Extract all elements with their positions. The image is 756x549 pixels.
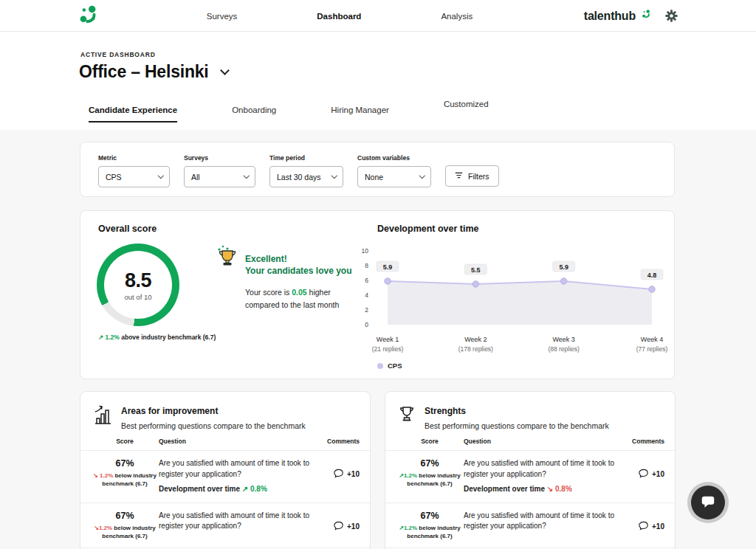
dev-delta: 0.8% bbox=[555, 485, 572, 493]
comment-bubble-icon bbox=[333, 520, 344, 533]
tab-customized[interactable]: Customized bbox=[444, 100, 489, 117]
table-row: 67% ↗1.2% below industry benchmark (6.7)… bbox=[385, 503, 675, 548]
score-detail: Your score is 0.05 higher compared to th… bbox=[245, 286, 357, 311]
benchmark-line2: benchmark (6.7) bbox=[91, 532, 159, 540]
svg-text:Week 3: Week 3 bbox=[552, 336, 574, 343]
score-value: 67% bbox=[91, 458, 159, 469]
nav-analysis[interactable]: Analysis bbox=[441, 12, 472, 21]
card-subtitle: Best performing questions compare to the… bbox=[121, 421, 306, 430]
chat-launcher-button[interactable] bbox=[691, 486, 725, 519]
score-cell: 67% ↗1.2% below industry benchmark (6.7) bbox=[396, 458, 464, 488]
score-value: 67% bbox=[91, 511, 159, 521]
brand-wordmark: talenthub bbox=[584, 10, 636, 23]
chevron-down-icon[interactable] bbox=[220, 66, 230, 75]
question-cell: Are you satisfied with amount of time it… bbox=[159, 458, 314, 495]
tab-bar: Candidate Experience Onboarding Hiring M… bbox=[89, 106, 489, 122]
svg-text:Week 4: Week 4 bbox=[641, 336, 663, 343]
question-text: Are you satisfied with amount of time it… bbox=[159, 511, 309, 531]
svg-text:5.9: 5.9 bbox=[559, 263, 568, 271]
chat-bubble-icon bbox=[700, 494, 716, 512]
chart-legend: CPS bbox=[377, 362, 402, 370]
svg-text:Week 2: Week 2 bbox=[464, 336, 487, 343]
svg-text:2: 2 bbox=[365, 306, 368, 314]
time-period-label: Time period bbox=[269, 154, 343, 162]
score-value: 8.5 bbox=[125, 269, 151, 292]
brand-logo-icon bbox=[641, 9, 652, 23]
nav-dashboard[interactable]: Dashboard bbox=[317, 12, 361, 21]
svg-text:Week 1: Week 1 bbox=[377, 336, 399, 343]
filters-button[interactable]: Filters bbox=[445, 165, 499, 187]
surveys-select[interactable]: All bbox=[184, 166, 255, 187]
overall-score-title: Overall score bbox=[98, 224, 157, 234]
score-benchmark: ↘ 1.2% below industry benchmark (6.7) bbox=[91, 472, 159, 488]
card-head-text: Areas for improvement Best performing qu… bbox=[121, 403, 306, 430]
custom-variables-select[interactable]: None bbox=[357, 166, 431, 187]
comments-count[interactable]: +10 bbox=[619, 520, 664, 533]
score-out-of: out of 10 bbox=[125, 293, 152, 301]
detail-prefix: Your score is bbox=[245, 288, 292, 297]
metric-label: Metric bbox=[98, 154, 170, 162]
score-cell: 67% ↘ 1.2% below industry benchmark (6.7… bbox=[91, 458, 159, 488]
nav-surveys[interactable]: Surveys bbox=[207, 12, 238, 21]
content-area: Metric CPS Surveys All Time period Last … bbox=[0, 130, 756, 549]
metric-select-value: CPS bbox=[106, 173, 122, 182]
surveys-label: Surveys bbox=[184, 154, 255, 162]
benchmark-line1: below industry bbox=[417, 472, 461, 479]
tab-onboarding[interactable]: Onboarding bbox=[232, 106, 276, 122]
column-score: Score bbox=[91, 438, 159, 445]
strengths-card: Strenghts Best performing questions comp… bbox=[385, 391, 676, 549]
custom-variables-field: Custom variables None bbox=[357, 154, 431, 187]
custom-variables-select-value: None bbox=[365, 173, 383, 182]
dev-label: Development over time bbox=[464, 485, 545, 493]
trend-up-icon: ↗ bbox=[98, 334, 103, 341]
card-title: Areas for improvement bbox=[121, 406, 306, 416]
benchmark-line1: below industry bbox=[417, 525, 461, 531]
metric-field: Metric CPS bbox=[98, 154, 170, 187]
filter-lines-icon bbox=[455, 171, 463, 181]
active-dashboard-label: ACTIVE DASHBOARD bbox=[80, 51, 156, 58]
development-chart: 02468105.9Week 1(21 replies)5.5Week 2(17… bbox=[351, 241, 668, 367]
trend-down-icon: ↘ bbox=[94, 525, 99, 531]
comments-count[interactable]: +10 bbox=[314, 468, 360, 480]
score-gauge-inner: 8.5 out of 10 bbox=[104, 251, 172, 319]
tab-candidate-experience[interactable]: Candidate Experience bbox=[89, 106, 177, 122]
svg-text:4: 4 bbox=[365, 291, 368, 299]
settings-gear-icon[interactable] bbox=[665, 10, 678, 22]
trend-up-icon: ↗ bbox=[399, 472, 404, 479]
card-title: Strenghts bbox=[425, 406, 609, 416]
benchmark-line2: benchmark (6.7) bbox=[396, 532, 464, 540]
question-cell: Are you satisfied with amount of time it… bbox=[464, 458, 619, 495]
svg-text:(88 replies): (88 replies) bbox=[548, 345, 580, 353]
dev-delta: 0.8% bbox=[250, 485, 267, 493]
table-row: 67% ↘ 1.2% below industry benchmark (6.7… bbox=[80, 451, 370, 503]
comment-bubble-icon bbox=[638, 468, 649, 480]
comments-value: +10 bbox=[652, 522, 664, 531]
benchmark-line1: below industry bbox=[113, 472, 157, 479]
comment-bubble-icon bbox=[638, 520, 649, 533]
trophy-outline-icon bbox=[397, 404, 416, 430]
comments-value: +10 bbox=[652, 470, 664, 478]
time-period-select-value: Last 30 days bbox=[277, 173, 321, 182]
tab-hiring-manager[interactable]: Hiring Manager bbox=[331, 106, 389, 122]
column-question: Question bbox=[159, 438, 314, 445]
svg-text:(21 replies): (21 replies) bbox=[372, 345, 404, 353]
table-header: Score Question Comments bbox=[80, 438, 370, 451]
metric-select[interactable]: CPS bbox=[98, 166, 170, 187]
question-cell: Are you satisfied with amount of time it… bbox=[159, 511, 314, 532]
trend-up-icon: ↗ bbox=[399, 525, 404, 531]
benchmark-line: ↗ 1.2% above industry benchmark (6.7) bbox=[98, 334, 216, 341]
delta-pct: 1.2% bbox=[404, 525, 417, 531]
score-benchmark: ↗1.2% below industry benchmark (6.7) bbox=[396, 472, 464, 488]
column-comments: Comments bbox=[619, 438, 664, 445]
svg-text:5.9: 5.9 bbox=[383, 263, 393, 271]
comments-value: +10 bbox=[347, 522, 360, 531]
comments-count[interactable]: +10 bbox=[619, 468, 664, 480]
headline-line2: Your candidates love you bbox=[245, 265, 351, 277]
delta-pct: 1.2% bbox=[99, 525, 112, 531]
score-gauge: 8.5 out of 10 bbox=[97, 244, 179, 326]
time-period-select[interactable]: Last 30 days bbox=[269, 166, 343, 187]
overview-card: Overall score 8.5 out of 10 ↗ 1.2% above… bbox=[80, 210, 675, 379]
comments-count[interactable]: +10 bbox=[314, 520, 360, 533]
score-benchmark: ↘1.2% below industry benchmark (6.7) bbox=[91, 524, 159, 540]
question-text: Are you satisfied with amount of time it… bbox=[464, 459, 614, 478]
